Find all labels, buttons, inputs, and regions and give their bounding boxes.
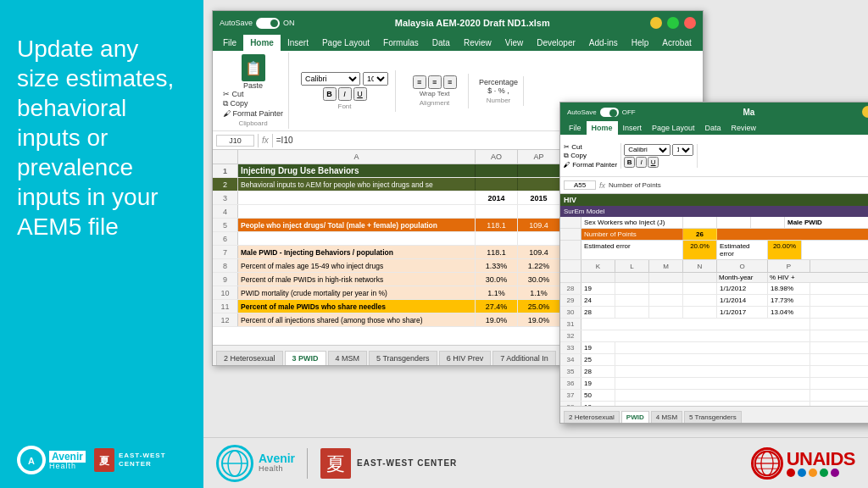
tab-formulas[interactable]: Formulas (376, 35, 426, 51)
sec-font-select[interactable]: Calibri (624, 144, 670, 156)
sec-fontsize-select[interactable]: 10 (672, 144, 693, 156)
avenir-logo: A Avenir Health (17, 446, 86, 474)
eastwest-icon: 夏 (94, 448, 114, 472)
sec-minimize[interactable] (862, 106, 868, 118)
unaids-text: UNAIDS (787, 450, 855, 477)
cell-reference[interactable] (216, 135, 254, 147)
tab-help[interactable]: Help (625, 35, 656, 51)
sec-tab-pagelayout[interactable]: Page Layout (647, 121, 700, 135)
tab-addins[interactable]: Add-ins (582, 35, 625, 51)
bottom-bar: Avenir Health 夏 EAST-WEST CENTER (203, 437, 868, 488)
number-group: Percentage $ · % , Number (474, 76, 524, 106)
eastwest-svg-icon: 夏 (320, 448, 351, 479)
avenir-brand-text: Avenir Health (259, 452, 295, 474)
sec-titlebar: AutoSave OFF Ma (560, 103, 868, 121)
sec-tab-data[interactable]: Data (700, 121, 726, 135)
bottom-left-logos: Avenir Health 夏 EAST-WEST CENTER (216, 445, 457, 482)
sec-font: Calibri 10 B I U (624, 144, 698, 168)
col-header-ap: AP (518, 150, 560, 164)
align-center[interactable]: ≡ (428, 75, 442, 89)
sec-grid-header: K L M N O P (560, 260, 868, 273)
paste-button[interactable]: 📋 Paste (242, 54, 265, 90)
sheet-tab-additional[interactable]: 7 Additional In (492, 351, 556, 365)
excel-secondary-window[interactable]: AutoSave OFF Ma File Home Insert Page La… (559, 102, 868, 424)
maximize-btn[interactable] (667, 17, 679, 29)
sec-sheet-tabs: 2 Heterosexual PWID 4 MSM 5 Transgenders (560, 406, 868, 423)
svg-text:夏: 夏 (326, 453, 345, 474)
sheet-tab-hivprev[interactable]: 6 HIV Prev (439, 351, 492, 365)
sec-tab-hetero[interactable]: 2 Heterosexual (564, 411, 620, 423)
sec-tab-review[interactable]: Review (726, 121, 762, 135)
close-btn[interactable] (684, 17, 696, 29)
eastwest-center-icon: 夏 (320, 447, 352, 480)
tab-insert[interactable]: Insert (281, 35, 315, 51)
sheet-tab-msm[interactable]: 4 MSM (328, 351, 368, 365)
table-row: 29 24 1/1/2014 17.73% (560, 295, 868, 307)
sec-tab-file[interactable]: File (564, 121, 587, 135)
sec-tab-msm[interactable]: 4 MSM (651, 411, 682, 423)
align-right[interactable]: ≡ (443, 75, 457, 89)
ribbon-tabs: File Home Insert Page Layout Formulas Da… (213, 35, 703, 51)
unaids-sub (787, 469, 839, 477)
sec-tab-insert[interactable]: Insert (618, 121, 648, 135)
col-header-a: A (238, 150, 476, 164)
formula-divider (258, 134, 259, 147)
sec-italic[interactable]: I (636, 157, 647, 168)
sheet-tab-hetero[interactable]: 2 Heterosexual (216, 351, 283, 365)
sheet-tab-pwid[interactable]: 3 PWID (285, 351, 326, 365)
sec-bold[interactable]: B (624, 157, 635, 168)
table-row: 34 25 (560, 354, 868, 366)
svg-text:夏: 夏 (99, 455, 110, 467)
sec-formula-value[interactable]: Number of Points (609, 181, 661, 189)
minimize-btn[interactable] (650, 17, 662, 29)
sec-tab-home[interactable]: Home (587, 121, 618, 135)
unaids-globe-icon (751, 447, 783, 480)
sec-tab-trans[interactable]: 5 Transgenders (684, 411, 742, 423)
unaids-dot-orange (809, 469, 817, 477)
unaids-dot-purple (831, 469, 839, 477)
tab-pagelayout[interactable]: Page Layout (315, 35, 376, 51)
window-title: Malaysia AEM-2020 Draft ND1.xlsm (295, 18, 650, 28)
sec-underline[interactable]: U (648, 157, 659, 168)
table-row: 31 (560, 319, 868, 330)
table-row: 33 19 (560, 342, 868, 354)
sec-toggle[interactable] (600, 108, 619, 117)
month-year-header: Month-year % HIV + (560, 273, 868, 283)
font-size-select[interactable]: 10 (363, 72, 388, 86)
align-left[interactable]: ≡ (413, 75, 426, 89)
sec-ribbon-tabs: File Home Insert Page Layout Data Review (560, 121, 868, 135)
underline-button[interactable]: U (353, 87, 367, 101)
autosave-toggle[interactable] (256, 18, 280, 29)
bold-button[interactable]: B (323, 87, 337, 101)
font-select[interactable]: Calibri (301, 72, 360, 86)
tab-file[interactable]: File (216, 35, 243, 51)
unaids-dot-red (787, 469, 795, 477)
sec-grid: HIV SurEm Model Sex Workers who Inject (… (560, 194, 868, 424)
italic-button[interactable]: I (338, 87, 352, 101)
excel-area: AutoSave ON Malaysia AEM-2020 Draft ND1.… (203, 0, 868, 437)
font-group: Calibri 10 B I U Font (294, 70, 396, 112)
sw-male-row: Sex Workers who Inject (J) Male PWID (560, 217, 868, 229)
table-row: 32 (560, 330, 868, 342)
unaids-name: UNAIDS (787, 450, 855, 469)
sec-tab-pwid[interactable]: PWID (621, 411, 649, 423)
eastwest-text: EAST-WEST CENTER (119, 452, 186, 468)
table-row: 37 50 (560, 390, 868, 402)
paste-icon: 📋 (242, 54, 265, 81)
table-row: 35 28 (560, 366, 868, 378)
tab-home[interactable]: Home (243, 35, 281, 51)
cut-copy-format: ✂ Cut ⧉ Copy 🖌 Format Painter (223, 90, 283, 118)
autosave: AutoSave ON (220, 18, 295, 29)
hiv-header: HIV (560, 194, 868, 206)
tab-review[interactable]: Review (457, 35, 498, 51)
sheet-tab-trans[interactable]: 5 Transgenders (369, 351, 437, 365)
tab-developer[interactable]: Developer (530, 35, 582, 51)
formula-divider2 (272, 134, 273, 147)
main-text: Update any size estimates, behavioral in… (17, 34, 186, 241)
sec-cell-ref[interactable] (564, 180, 596, 190)
svg-text:A: A (28, 456, 35, 466)
tab-acrobat[interactable]: Acrobat (655, 35, 698, 51)
tab-data[interactable]: Data (426, 35, 457, 51)
tab-view[interactable]: View (498, 35, 531, 51)
avenir-circle-logo (216, 445, 253, 482)
